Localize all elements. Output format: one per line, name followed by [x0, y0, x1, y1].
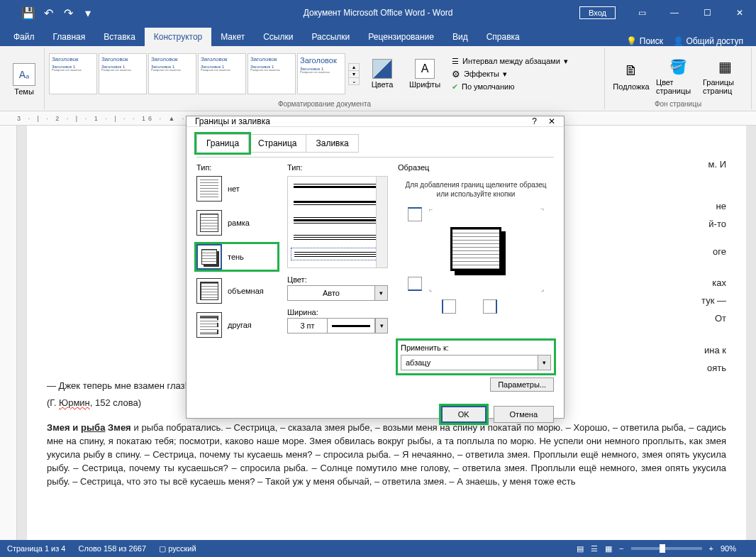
tab-view[interactable]: Вид	[443, 28, 477, 46]
cancel-button[interactable]: Отмена	[494, 406, 554, 423]
tab-help[interactable]: Справка	[477, 28, 529, 46]
options-button[interactable]: Параметры...	[490, 377, 554, 392]
qat-customize-icon[interactable]: ▾	[79, 4, 96, 21]
fonts-button[interactable]: A Шрифты	[405, 59, 445, 89]
fonts-icon: A	[415, 59, 435, 79]
setting-shadow[interactable]: тень	[196, 244, 277, 270]
set-default-button[interactable]: ✔По умолчанию	[452, 82, 568, 92]
width-label: Ширина:	[287, 308, 388, 316]
apply-to-dropdown[interactable]: абзацу ▾	[401, 355, 551, 370]
preview-label: Образец	[398, 163, 554, 172]
style-item[interactable]: ЗаголовокЗаголовок 1Postquam res maximas	[99, 53, 147, 94]
border-top-button[interactable]	[408, 207, 422, 221]
minimize-button[interactable]: ―	[658, 0, 691, 26]
preview-canvas[interactable]: ⌐ ¬ ⌞ ⌟	[398, 203, 554, 295]
line-style-item[interactable]	[291, 180, 384, 192]
style-item[interactable]: ЗаголовокЗаголовок 1Postquam res maximas	[148, 53, 196, 94]
colors-icon	[372, 59, 392, 79]
border-bottom-button[interactable]	[408, 277, 422, 291]
setting-3d[interactable]: объемная	[196, 278, 277, 304]
setting-box[interactable]: рамка	[196, 210, 277, 236]
gallery-more-icon[interactable]: ⌄	[349, 77, 359, 84]
setting-custom[interactable]: другая	[196, 312, 277, 338]
gallery-down-icon[interactable]: ▾	[349, 70, 359, 77]
style-item[interactable]: ЗаголовокЗаголовок 1Postquam res maximas	[49, 53, 97, 94]
style-item[interactable]: ЗаголовокЗаголовок 1Postquam res maximas	[198, 53, 246, 94]
tab-review[interactable]: Рецензирование	[359, 28, 443, 46]
ok-button[interactable]: OK	[441, 406, 487, 423]
redo-icon[interactable]: ↷	[60, 4, 77, 21]
language-indicator[interactable]: ▢ русский	[159, 544, 196, 553]
width-dropdown[interactable]: 3 пт ▾	[287, 318, 388, 333]
page-indicator[interactable]: Страница 1 из 4	[7, 544, 65, 553]
dropdown-icon: ▾	[374, 286, 387, 300]
style-item[interactable]: ЗаголовокЗаголовок 1Postquam res maximas	[297, 53, 345, 94]
tab-design[interactable]: Конструктор	[145, 28, 211, 46]
share-button[interactable]: 👤 Общий доступ	[673, 36, 743, 46]
line-style-item[interactable]	[291, 214, 384, 226]
title-bar: 💾 ↶ ↷ ▾ Документ Microsoft Office Word -…	[0, 0, 756, 26]
help-button[interactable]: ?	[532, 116, 537, 126]
dialog-title: Границы и заливка	[195, 116, 270, 126]
preview-hint: Для добавления границ щелкните образец и…	[398, 176, 554, 203]
view-web-icon[interactable]: ▦	[605, 544, 612, 553]
view-read-icon[interactable]: ▤	[577, 544, 584, 553]
scrollbar[interactable]	[376, 177, 387, 268]
color-dropdown[interactable]: Авто ▾	[287, 285, 388, 301]
view-print-icon[interactable]: ☰	[591, 544, 598, 553]
maximize-button[interactable]: ☐	[691, 0, 723, 26]
word-count[interactable]: Слово 158 из 2667	[78, 544, 146, 553]
style-label: Тип:	[287, 163, 388, 172]
gallery-up-icon[interactable]: ▴	[349, 64, 359, 70]
zoom-slider[interactable]	[631, 547, 702, 550]
search-button[interactable]: 💡 Поиск	[626, 36, 663, 46]
colors-button[interactable]: Цвета	[362, 59, 402, 89]
paragraph-spacing-button[interactable]: ☰Интервал между абзацами ▾	[452, 57, 568, 66]
setting-none[interactable]: нет	[196, 176, 277, 202]
tab-border[interactable]: Граница	[196, 134, 249, 153]
zoom-level[interactable]: 90%	[721, 544, 736, 553]
body-text: Змея и рыба Змея и рыба побратались. – С…	[47, 421, 726, 488]
page-color-button[interactable]: 🪣 Цвет страницы	[656, 53, 700, 95]
watermark-button[interactable]: 🗎 Подложка	[609, 57, 653, 91]
dropdown-icon: ▾	[538, 355, 550, 370]
signin-button[interactable]: Вход	[579, 6, 616, 19]
setting-label: Тип:	[196, 163, 277, 172]
ribbon-display-icon[interactable]: ▭	[626, 0, 658, 26]
zoom-in-button[interactable]: +	[709, 544, 713, 553]
check-icon: ✔	[452, 82, 458, 92]
ribbon-content: Aₐ Темы ЗаголовокЗаголовок 1Postquam res…	[0, 46, 756, 111]
undo-icon[interactable]: ↶	[40, 4, 57, 21]
vertical-ruler[interactable]	[0, 126, 17, 540]
dialog-titlebar: Границы и заливка ? ✕	[187, 116, 564, 127]
tab-page-border[interactable]: Страница	[248, 134, 306, 153]
tab-mailings[interactable]: Рассылки	[302, 28, 359, 46]
tab-file[interactable]: Файл	[4, 28, 44, 46]
save-icon[interactable]: 💾	[20, 4, 37, 21]
style-gallery[interactable]: ЗаголовокЗаголовок 1Postquam res maximas…	[49, 53, 345, 94]
tab-home[interactable]: Главная	[44, 28, 95, 46]
border-left-button[interactable]	[442, 299, 456, 314]
tab-insert[interactable]: Вставка	[94, 28, 145, 46]
line-style-list[interactable]	[287, 176, 388, 268]
style-item[interactable]: ЗаголовокЗаголовок 1Postquam res maximas	[248, 53, 296, 94]
ribbon-tabs: Файл Главная Вставка Конструктор Макет С…	[0, 26, 756, 46]
dialog-tabs: Граница Страница Заливка	[196, 134, 554, 153]
dialog-close-button[interactable]: ✕	[548, 116, 555, 126]
effects-button[interactable]: ⚙Эффекты ▾	[452, 69, 568, 79]
spacing-icon: ☰	[452, 57, 459, 66]
zoom-out-button[interactable]: −	[619, 544, 623, 553]
tab-layout[interactable]: Макет	[211, 28, 254, 46]
line-style-item[interactable]	[291, 197, 384, 209]
tab-references[interactable]: Ссылки	[254, 28, 302, 46]
page-borders-button[interactable]: ▦ Границы страниц	[703, 53, 747, 95]
line-style-item[interactable]	[291, 231, 384, 243]
gear-icon: ⚙	[452, 69, 460, 79]
border-right-button[interactable]	[483, 299, 497, 314]
tab-shading[interactable]: Заливка	[306, 134, 358, 153]
window-title: Документ Microsoft Office Word - Word	[304, 8, 453, 18]
close-button[interactable]: ✕	[723, 0, 756, 26]
preview-sample	[450, 227, 501, 271]
themes-button[interactable]: Aₐ Темы	[9, 61, 40, 96]
line-style-item[interactable]	[291, 248, 384, 260]
